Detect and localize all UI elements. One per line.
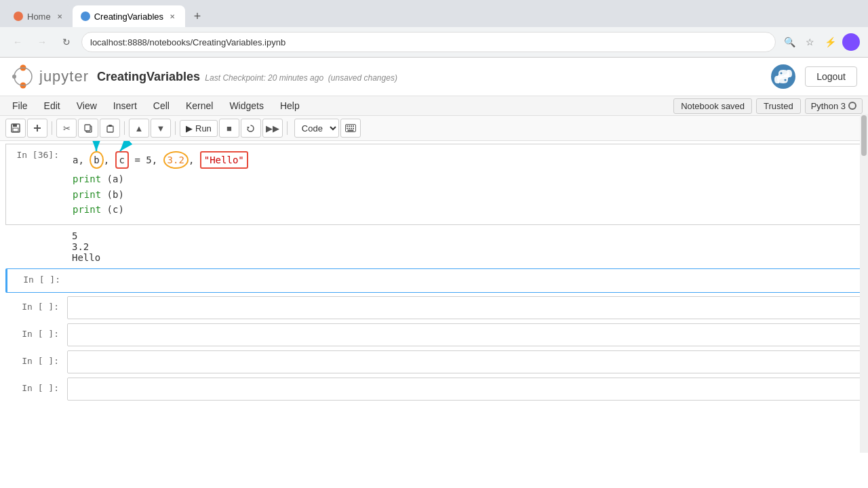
cell-empty-4-prompt: In [ ]: (6, 350, 67, 373)
copy-icon (84, 124, 93, 133)
jupyter-logo: jupyter (11, 64, 89, 89)
menu-insert[interactable]: Insert (106, 98, 144, 114)
svg-rect-10 (13, 124, 17, 127)
forward-button[interactable]: → (33, 33, 52, 52)
menu-help[interactable]: Help (273, 98, 307, 114)
svg-rect-26 (351, 128, 352, 129)
tab-home-close[interactable]: ✕ (55, 12, 64, 21)
output-line-2: 3.2 (72, 241, 857, 252)
notebook-saved-badge: Notebook saved (673, 98, 752, 114)
cell-empty-1-input[interactable] (68, 269, 862, 292)
svg-rect-28 (347, 130, 353, 131)
tab-creating-variables-label: CreatingVariables (94, 12, 163, 22)
refresh-button[interactable]: ↻ (57, 33, 76, 52)
bookmark-icon[interactable]: ☆ (802, 34, 818, 50)
python-logo (770, 63, 797, 90)
cell-empty-5-input[interactable] (67, 378, 862, 401)
menu-file[interactable]: File (5, 98, 35, 114)
cell-empty-3-prompt: In [ ]: (6, 323, 67, 346)
svg-rect-20 (347, 125, 348, 127)
menu-edit[interactable]: Edit (37, 98, 67, 114)
menu-cell[interactable]: Cell (146, 98, 176, 114)
paste-button[interactable] (100, 119, 120, 138)
address-bar: ← → ↻ 🔍 ☆ ⚡ (0, 27, 868, 57)
cell-36-content: a, b, c = 5, 3.2, "Hello" print (a) prin… (67, 144, 862, 224)
restart-icon (246, 124, 255, 133)
cell-36-output-area: 5 3.2 Hello (5, 228, 863, 266)
cell-empty-4[interactable]: In [ ]: (5, 350, 863, 374)
add-icon (33, 123, 42, 133)
cell-type-select[interactable]: Code (294, 119, 339, 138)
restart-button[interactable] (241, 119, 261, 138)
cell-empty-1-prompt: In [ ]: (7, 269, 68, 292)
print-a-line: print (a) (73, 171, 856, 186)
output-line-1: 5 (72, 230, 857, 241)
save-icon (11, 123, 20, 133)
comma-text: , (104, 155, 115, 165)
kernel-status-circle (848, 102, 856, 110)
cell-empty-3[interactable]: In [ ]: (5, 323, 863, 347)
code-first-line: a, b, c = 5, 3.2, "Hello" (73, 151, 248, 169)
tab-cv-close[interactable]: ✕ (167, 12, 177, 21)
cell-empty-2-input[interactable] (67, 296, 862, 319)
cell-empty-4-input[interactable] (67, 350, 862, 373)
stop-button[interactable]: ■ (219, 119, 239, 138)
move-up-button[interactable]: ▲ (129, 119, 149, 138)
notebook-favicon (81, 12, 90, 21)
toolbar-separator-1 (52, 121, 52, 135)
tab-bar: Home ✕ CreatingVariables ✕ + (0, 0, 868, 27)
cell-empty-2[interactable]: In [ ]: (5, 296, 863, 320)
var-a-text: a, (73, 155, 90, 165)
menu-view[interactable]: View (70, 98, 104, 114)
comma2-text: , (189, 155, 200, 165)
kernel-indicator: Python 3 (805, 98, 863, 114)
menu-bar: File Edit View Insert Cell Kernel Widget… (0, 96, 868, 116)
cell-36[interactable]: In [36]: (5, 144, 863, 225)
paste-icon (106, 124, 115, 133)
cell-empty-5[interactable]: In [ ]: (5, 377, 863, 401)
home-favicon (14, 12, 23, 21)
tab-creating-variables[interactable]: CreatingVariables ✕ (73, 5, 185, 27)
cell-36-prompt: In [36]: (6, 144, 67, 224)
notebook-area: In [36]: (0, 141, 868, 488)
new-tab-button[interactable]: + (188, 7, 207, 26)
cell-empty-2-prompt: In [ ]: (6, 296, 67, 319)
tab-home[interactable]: Home ✕ (5, 5, 73, 27)
svg-point-8 (785, 79, 787, 81)
toolbar: ✂ ▲ ▼ ▶ Run ■ ▶▶ Code (0, 116, 868, 141)
notebook-title: CreatingVariables (97, 70, 200, 83)
cell-empty-3-input[interactable] (67, 323, 862, 346)
svg-rect-22 (351, 125, 352, 127)
cut-button[interactable]: ✂ (56, 119, 77, 138)
extensions-icon[interactable]: ⚡ (822, 34, 838, 50)
add-cell-button[interactable] (27, 119, 47, 138)
jupyter-header-right: Logout (770, 63, 857, 90)
svg-rect-17 (108, 125, 112, 127)
keyboard-shortcuts-button[interactable] (340, 119, 361, 138)
svg-rect-16 (107, 126, 113, 132)
menu-widgets[interactable]: Widgets (222, 98, 271, 114)
move-down-button[interactable]: ▼ (151, 119, 171, 138)
url-input[interactable] (81, 32, 776, 52)
jupyter-header: jupyter CreatingVariables Last Checkpoin… (0, 58, 868, 96)
notebook-title-area: CreatingVariables Last Checkpoint: 20 mi… (97, 70, 397, 84)
copy-button[interactable] (78, 119, 98, 138)
menu-kernel[interactable]: Kernel (179, 98, 220, 114)
back-button[interactable]: ← (8, 33, 27, 52)
run-button[interactable]: ▶ Run (180, 120, 218, 137)
cell-36-output: 5 3.2 Hello (66, 228, 863, 266)
svg-rect-21 (349, 125, 350, 127)
save-button[interactable] (5, 119, 26, 138)
logout-button[interactable]: Logout (805, 66, 857, 87)
search-icon[interactable]: 🔍 (781, 34, 797, 50)
print-c-line: print (c) (73, 202, 856, 217)
profile-avatar[interactable] (842, 33, 860, 51)
restart-run-button[interactable]: ▶▶ (262, 119, 283, 138)
print-b-line: print (b) (73, 187, 856, 202)
scrollbar-thumb[interactable] (861, 115, 867, 156)
svg-line-32 (120, 141, 140, 151)
scrollbar[interactable] (860, 114, 868, 453)
svg-rect-15 (85, 125, 90, 131)
svg-point-7 (781, 73, 783, 75)
cell-empty-1[interactable]: In [ ]: (5, 268, 863, 293)
